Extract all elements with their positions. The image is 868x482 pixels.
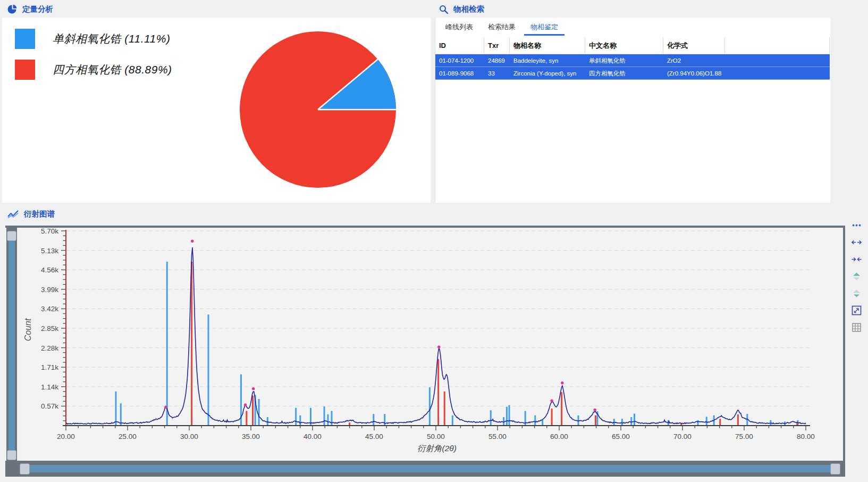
table-row[interactable]: 01-089-906833Zirconia (Y-doped), syn四方相氧…	[435, 67, 830, 80]
x-tick-label: 20.00	[57, 433, 75, 441]
y-tick-label: 4.56k	[41, 266, 58, 274]
x-tick-label: 65.00	[612, 433, 630, 441]
vertical-slider-bottom-handle[interactable]	[7, 450, 16, 460]
table-cell: 33	[484, 67, 510, 79]
x-tick-label: 45.00	[365, 433, 383, 441]
peak-marker	[191, 240, 193, 243]
peak-marker	[437, 346, 440, 348]
phase-panel-title: 物相检索	[453, 4, 484, 14]
phase-table: IDTxr物相名称中文名称化学式01-074-120024869Baddeley…	[435, 37, 830, 80]
table-cell: Baddeleyite, syn	[510, 54, 585, 67]
horizontal-slider-left-handle[interactable]	[20, 463, 30, 475]
grid-icon[interactable]	[852, 322, 862, 335]
phase-panel-header: 物相检索	[439, 4, 484, 14]
table-cell: (Zr0.94Y0.06)O1.88	[663, 67, 725, 79]
more-options-icon[interactable]	[852, 220, 862, 232]
chart-frame-border-right	[843, 226, 845, 463]
quant-panel-title: 定量分析	[22, 4, 53, 14]
table-cell: 24869	[484, 54, 510, 67]
y-tick-label: 2.85k	[41, 325, 58, 333]
x-tick-label: 75.00	[735, 433, 753, 441]
tab-peak-list[interactable]: 峰线列表	[439, 20, 479, 36]
column-header: 物相名称	[510, 37, 585, 54]
table-cell: 01-089-9068	[435, 67, 484, 79]
horizontal-slider-right-handle[interactable]	[830, 463, 840, 475]
table-cell: Zirconia (Y-doped), syn	[510, 67, 585, 79]
horizontal-slider-range-bar[interactable]	[30, 465, 836, 472]
y-tick-label: 2.28k	[41, 344, 58, 352]
peak-marker	[244, 403, 247, 406]
column-header: 中文名称	[585, 37, 663, 54]
x-tick-label: 50.00	[427, 433, 445, 441]
line-chart-icon	[7, 210, 19, 219]
fullscreen-icon[interactable]	[852, 305, 862, 318]
y-tick-label: 0.57k	[41, 402, 58, 410]
legend-item: 四方相氧化锆 (88.89%)	[15, 60, 172, 80]
move-down-icon[interactable]	[852, 288, 862, 301]
peak-marker	[252, 387, 255, 390]
chart-panel-header: 衍射图谱	[7, 209, 55, 219]
column-header: 化学式	[663, 37, 725, 54]
table-row[interactable]: 01-074-120024869Baddeleyite, syn单斜相氧化锆Zr…	[435, 54, 830, 67]
table-cell	[725, 67, 830, 79]
pie-chart-icon	[7, 4, 18, 14]
y-tick-label: 5.70k	[41, 228, 58, 235]
x-tick-label: 40.00	[304, 433, 322, 441]
tab-search-results[interactable]: 检索结果	[482, 20, 522, 36]
legend-swatch	[15, 60, 35, 80]
chart-frame: 0.57k1.14k1.71k2.28k2.85k3.42k3.99k4.56k…	[5, 226, 845, 477]
x-tick-label: 55.00	[488, 433, 507, 441]
move-up-icon[interactable]	[852, 271, 862, 284]
legend-item: 单斜相氧化锆 (11.11%)	[15, 29, 170, 49]
column-header: ID	[435, 37, 484, 54]
phase-tabs: 峰线列表检索结果物相鉴定	[435, 20, 567, 37]
x-tick-label: 25.00	[119, 433, 137, 441]
x-axis-title: 衍射角(2θ)	[417, 444, 457, 453]
table-cell	[725, 54, 830, 67]
x-tick-label: 70.00	[673, 433, 692, 441]
y-tick-label: 5.13k	[41, 247, 58, 255]
collapse-horizontal-icon[interactable]	[852, 254, 862, 267]
xrd-analysis-app: 定量分析 单斜相氧化锆 (11.11%)四方相氧化锆 (88.89%) 物相检索…	[0, 0, 868, 482]
chart-toolbar	[849, 220, 863, 335]
peak-marker	[561, 381, 563, 384]
y-tick-label: 1.14k	[41, 383, 58, 391]
table-header-row: IDTxr物相名称中文名称化学式	[435, 37, 830, 54]
table-cell: 四方相氧化锆	[585, 67, 663, 79]
column-header	[725, 37, 830, 54]
y-axis-title: Count	[23, 318, 32, 341]
diffraction-plot[interactable]: 0.57k1.14k1.71k2.28k2.85k3.42k3.99k4.56k…	[19, 228, 843, 461]
chart-panel-title: 衍射图谱	[24, 209, 55, 219]
vertical-range-slider[interactable]	[6, 226, 17, 463]
vertical-slider-top-handle[interactable]	[7, 231, 16, 241]
diffraction-plot-area[interactable]: 0.57k1.14k1.71k2.28k2.85k3.42k3.99k4.56k…	[19, 228, 843, 461]
quant-panel-body: 单斜相氧化锆 (11.11%)四方相氧化锆 (88.89%)	[2, 18, 431, 203]
table-cell: 01-074-1200	[435, 54, 484, 67]
quant-panel-header: 定量分析	[7, 4, 53, 14]
peak-marker	[550, 399, 553, 402]
table-cell: 单斜相氧化锆	[585, 54, 663, 67]
x-tick-label: 30.00	[180, 433, 198, 441]
vertical-slider-range-bar[interactable]	[9, 241, 15, 450]
horizontal-range-slider[interactable]	[5, 461, 845, 477]
expand-horizontal-icon[interactable]	[852, 237, 862, 250]
x-tick-label: 80.00	[797, 433, 815, 441]
legend-label: 四方相氧化锆 (88.89%)	[53, 62, 172, 77]
peak-marker	[164, 406, 167, 409]
legend-swatch	[15, 29, 35, 49]
peak-marker	[594, 409, 596, 411]
legend-label: 单斜相氧化锆 (11.11%)	[53, 31, 170, 46]
column-header: Txr	[484, 37, 510, 54]
y-tick-label: 1.71k	[41, 363, 58, 371]
y-tick-label: 3.42k	[41, 305, 58, 313]
table-cell: ZrO2	[663, 54, 725, 67]
tab-phase-identification[interactable]: 物相鉴定	[524, 20, 564, 36]
x-tick-label: 60.00	[550, 433, 568, 441]
search-icon	[439, 5, 449, 14]
measured-pattern	[66, 247, 806, 424]
y-tick-label: 3.99k	[41, 286, 58, 294]
pie-chart	[233, 24, 403, 195]
phase-panel-body: 峰线列表检索结果物相鉴定 IDTxr物相名称中文名称化学式01-074-1200…	[435, 18, 830, 203]
x-tick-label: 35.00	[242, 433, 260, 441]
